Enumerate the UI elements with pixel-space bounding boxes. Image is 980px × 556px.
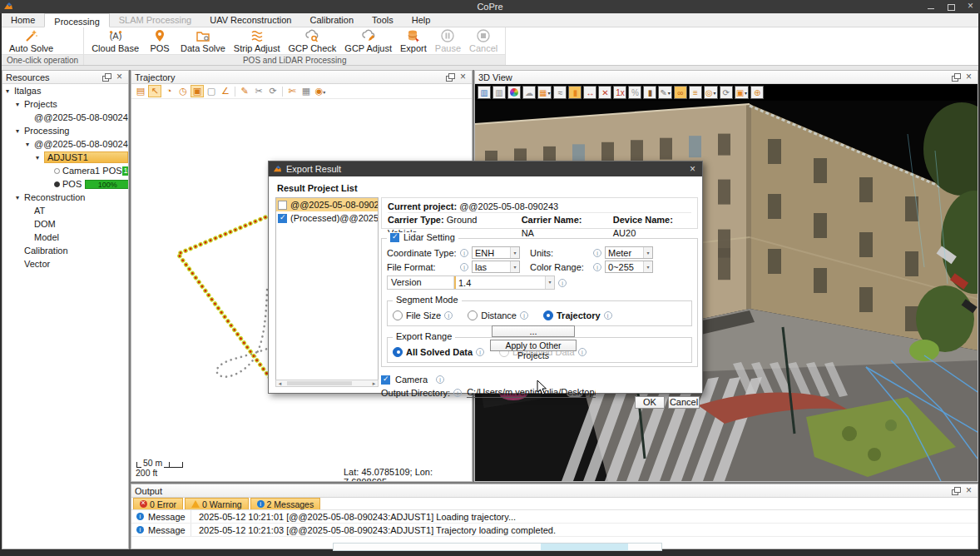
tree-item-italgas[interactable]: Italgas (2, 84, 128, 97)
close-panel-icon[interactable] (965, 73, 974, 82)
log-row[interactable]: Message2025-05-12 10:21:01 [@@2025-05-08… (131, 510, 978, 524)
info-icon[interactable] (476, 348, 484, 356)
angle-measure-icon[interactable]: ∠ (219, 85, 232, 97)
rect-clear-icon[interactable]: ▢ (205, 85, 218, 97)
dialog-titlebar[interactable]: Export Result (269, 161, 702, 176)
info-icon[interactable] (558, 279, 567, 287)
float-panel-icon[interactable] (952, 487, 961, 495)
rotate-view-icon[interactable]: ⟳ (720, 86, 733, 99)
info-icon[interactable] (460, 263, 468, 271)
restore-button[interactable] (947, 2, 955, 11)
expander-icon[interactable] (16, 101, 24, 108)
browse-button[interactable]: ... (492, 325, 575, 337)
refresh-icon[interactable]: ⟳ (266, 85, 280, 97)
version-select[interactable]: 1.4 (454, 276, 554, 289)
tree-item-adjust1[interactable]: ADJUST1 (2, 151, 128, 164)
info-icon[interactable] (460, 249, 468, 257)
filter-0-warning[interactable]: 0 Warning (185, 498, 248, 509)
tree-item-2025-05-08-090243[interactable]: @@2025-05-08-090243 (2, 111, 128, 124)
orbit-icon[interactable]: ◔ (162, 85, 176, 97)
tab-uav-reconstruction[interactable]: UAV Reconstruction (200, 12, 300, 27)
expander-icon[interactable] (36, 154, 44, 161)
tree-item-pos[interactable]: POS100% (2, 177, 128, 191)
file-size-radio[interactable]: File Size (393, 310, 456, 320)
chevron-down-icon[interactable] (545, 276, 554, 289)
gcp-check-button[interactable]: GCP Check (284, 27, 340, 54)
project-checkbox[interactable] (278, 214, 287, 223)
scale-1x-icon[interactable]: 1x (613, 86, 626, 99)
cancel-button[interactable]: Cancel (668, 396, 700, 409)
info-icon[interactable] (436, 375, 444, 384)
close-button[interactable] (967, 2, 975, 11)
visibility-icon[interactable]: ◉ (314, 85, 327, 97)
profile-icon[interactable]: ≡ (689, 86, 702, 99)
expander-icon[interactable] (16, 127, 24, 135)
vertical-splitter[interactable] (129, 70, 131, 549)
elevation-histogram-icon[interactable]: ▥ (478, 86, 491, 99)
brush-edit-icon[interactable]: ✎ (238, 85, 251, 97)
fit-width-icon[interactable]: ↔ (583, 86, 596, 99)
ok-button[interactable]: OK (635, 396, 665, 409)
all-solved-data-radio[interactable]: All Solved Data (393, 347, 488, 357)
color-range-select[interactable]: 0~255 (605, 261, 653, 273)
chevron-down-icon[interactable] (643, 247, 652, 258)
info-icon[interactable] (578, 348, 587, 356)
auto-solve-button[interactable]: Auto Solve (5, 27, 57, 54)
float-panel-icon[interactable] (952, 73, 961, 82)
data-solve-button[interactable]: Data Solve (176, 27, 230, 54)
split-cut-icon[interactable]: ✄ (285, 85, 299, 97)
coordinate-type-select[interactable]: ENH (472, 246, 520, 259)
project-item[interactable]: @@2025-05-08-090243 (276, 198, 378, 211)
tree-item-reconstruction[interactable]: Reconstruction (2, 191, 128, 204)
display-mode-icon[interactable]: ▦ (537, 86, 552, 99)
file-format-select[interactable]: las (472, 261, 520, 273)
close-panel-icon[interactable] (116, 73, 125, 82)
float-panel-icon[interactable] (446, 73, 455, 82)
log-row[interactable]: Message2025-05-12 10:21:03 [@@2025-05-08… (131, 524, 978, 537)
locate-icon[interactable]: ⊕ (750, 86, 764, 99)
rect-select-icon[interactable]: ▣ (191, 85, 204, 97)
pos-button[interactable]: POS (143, 27, 176, 54)
intensity-histogram-icon[interactable]: ▥ (492, 86, 506, 99)
cloud-settings-icon[interactable]: ☁ (522, 86, 536, 99)
filter-0-error[interactable]: 0 Error (133, 498, 183, 509)
tree-item-vector[interactable]: Vector (2, 257, 128, 271)
clip-box-icon[interactable]: ▣ (735, 86, 749, 99)
close-panel-icon[interactable] (459, 73, 468, 82)
scrollbar-thumb[interactable] (287, 381, 352, 385)
tree-item-camera1-pos[interactable]: Camera1 POS100% (2, 164, 128, 177)
cloud-base-button[interactable]: (A)Cloud Base (87, 27, 143, 54)
trajectory-radio[interactable]: Trajectory (543, 310, 616, 320)
tab-home[interactable]: Home (2, 12, 44, 27)
tree-item-2025-05-08-090243[interactable]: @@2025-05-08-090243 (2, 137, 128, 151)
tab-tools[interactable]: Tools (363, 12, 403, 27)
time-range-icon[interactable]: ◷ (176, 85, 190, 97)
horizontal-scrollbar[interactable] (275, 380, 379, 387)
expander-icon[interactable] (6, 87, 14, 95)
select-arrow-icon[interactable]: ↖ (148, 85, 161, 97)
tree-item-projects[interactable]: Projects (2, 97, 128, 111)
chevron-down-icon[interactable] (510, 247, 519, 258)
scroll-left-icon[interactable] (276, 380, 284, 387)
point-picker-icon[interactable]: ◎ (704, 86, 718, 99)
tree-item-at[interactable]: AT (2, 204, 128, 217)
info-icon[interactable] (593, 249, 601, 257)
info-icon[interactable] (604, 311, 612, 320)
measure-pen-icon[interactable]: ✎ (658, 86, 671, 99)
scroll-right-icon[interactable] (370, 380, 378, 387)
tab-processing[interactable]: Processing (44, 13, 109, 27)
project-item[interactable]: (Processed)@@2025-05-0 (276, 211, 378, 225)
snapshot-icon[interactable]: ▦ (299, 85, 313, 97)
expander-icon[interactable] (16, 194, 24, 201)
output-directory-path[interactable]: C:/Users/m.ventimiglia/Desktop/ItalGas/I… (467, 387, 596, 398)
apply-to-other-projects-button[interactable]: Apply to Other Projects (490, 340, 577, 351)
filter-2-messages[interactable]: 2 Messages (250, 498, 321, 509)
export-button[interactable]: Export (396, 27, 431, 54)
tab-slam-processing[interactable]: SLAM Processing (110, 12, 200, 27)
distance-radio[interactable]: Distance (468, 310, 532, 320)
float-panel-icon[interactable] (102, 73, 111, 82)
lidar-setting-checkbox[interactable] (390, 233, 399, 242)
dialog-close-icon[interactable] (688, 163, 698, 175)
layer-stack-icon[interactable]: ▤ (134, 85, 147, 97)
close-panel-icon[interactable] (965, 487, 974, 495)
